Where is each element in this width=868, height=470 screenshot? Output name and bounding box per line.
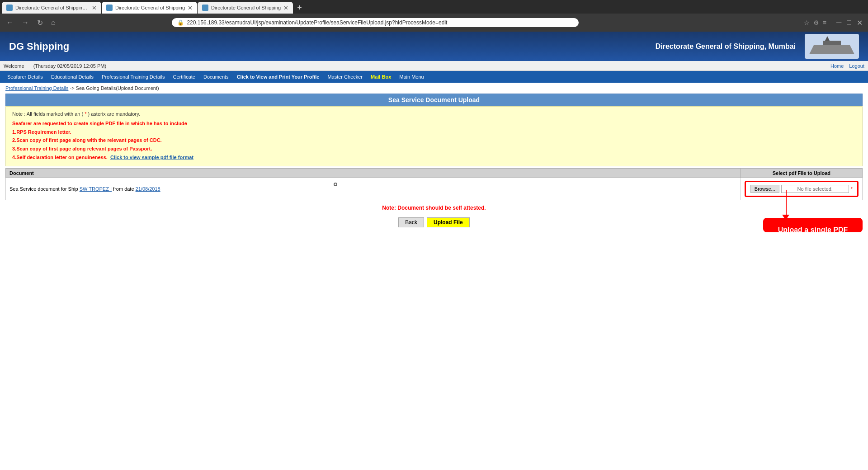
forward-nav-button[interactable]: → xyxy=(19,18,32,28)
nav-main-menu[interactable]: Main Menu xyxy=(396,72,427,81)
maximize-button[interactable]: □ xyxy=(845,19,853,27)
nav-bar: Seafarer Details Educational Details Pro… xyxy=(0,71,868,83)
upload-box: Browse... No file selected. * xyxy=(745,181,859,197)
arrow-annotation xyxy=(779,190,789,220)
bookmarks-icon[interactable]: ☆ xyxy=(804,19,810,26)
welcome-text: Welcome xyxy=(4,63,24,69)
tab-2-label: Directorate General of Shipping xyxy=(115,5,185,10)
arrow-head xyxy=(782,215,789,220)
app-header-title: Directorate General of Shipping, Mumbai xyxy=(656,42,796,51)
nav-master-checker[interactable]: Master Checker xyxy=(324,72,366,81)
home-link[interactable]: Home xyxy=(830,63,844,69)
tooltip-bubble: Upload a single PDF document as per the … xyxy=(763,218,863,232)
section-title: Sea Service Document Upload xyxy=(388,96,480,103)
tab-2-favicon xyxy=(106,5,113,11)
button-row: Back Upload File xyxy=(5,217,863,227)
tab-3-label: Directorate General of Shipping xyxy=(211,5,281,10)
col-upload: Select pdf File to Upload xyxy=(741,169,862,178)
main-content: Sea Service Document Upload Note : All f… xyxy=(0,94,868,236)
info-line-4: 3.Scan copy of first page along relevant… xyxy=(12,145,856,153)
info-line-5: 4.Self declaration letter on genuineness… xyxy=(12,153,856,162)
nav-view-print-profile[interactable]: Click to View and Print Your Profile xyxy=(233,72,323,81)
app-header: DG Shipping Directorate General of Shipp… xyxy=(0,32,868,61)
breadcrumb-professional-training[interactable]: Professional Training Details xyxy=(5,85,68,91)
col-document: Document xyxy=(6,169,741,178)
tab-1-label: Directorate General of Shipping : G... xyxy=(15,5,89,10)
close-button[interactable]: ✕ xyxy=(855,19,864,27)
address-bar[interactable]: 🔒 220.156.189.33/esamudraUI/jsp/examinat… xyxy=(172,18,579,27)
welcome-datetime: (Thursday 02/05/2019 12:05 PM) xyxy=(33,63,106,69)
file-name-display: No file selected. xyxy=(781,185,849,193)
browser-actions: ☆ ⚙ ≡ xyxy=(804,19,826,26)
section-header: Sea Service Document Upload xyxy=(5,94,863,106)
info-line-2: 1.RPS Requiremen letter. xyxy=(12,128,856,136)
info-line-1: Seafarer are requested to create single … xyxy=(12,119,856,128)
arrow-line xyxy=(786,190,787,215)
tab-1-favicon xyxy=(6,5,13,11)
app-header-right: Directorate General of Shipping, Mumbai xyxy=(656,34,859,59)
doc-text-middle: from date xyxy=(113,186,134,192)
date-link[interactable]: 21/08/2018 xyxy=(136,186,160,192)
tab-bar: Directorate General of Shipping : G... ✕… xyxy=(0,0,868,14)
document-table: Document Select pdf File to Upload Sea S… xyxy=(5,168,863,200)
info-box: Note : All fields marked with an ( * ) a… xyxy=(5,106,863,166)
lock-icon: 🔒 xyxy=(177,19,184,26)
note-label: Note : All fields marked with an ( xyxy=(12,111,83,117)
welcome-bar: Welcome (Thursday 02/05/2019 12:05 PM) H… xyxy=(0,61,868,71)
info-line-3: 2.Scan copy of first page along with the… xyxy=(12,136,856,145)
back-nav-button[interactable]: ← xyxy=(4,18,16,28)
breadcrumb-separator: -> xyxy=(68,85,75,91)
file-input-row: Browse... No file selected. * xyxy=(750,185,853,193)
nav-educational-details[interactable]: Educational Details xyxy=(47,72,97,81)
tab-2-close[interactable]: ✕ xyxy=(188,5,193,11)
tab-1-close[interactable]: ✕ xyxy=(92,5,97,11)
browser-chrome: Directorate General of Shipping : G... ✕… xyxy=(0,0,868,32)
upload-cell: Browse... No file selected. * xyxy=(741,178,862,200)
table-row: Sea Service document for Ship SW TROPEZ … xyxy=(6,178,863,200)
doc-text-before: Sea Service document for Ship xyxy=(9,186,78,192)
note-suffix: ) asterix are mandatory. xyxy=(88,111,140,117)
ship-graphic xyxy=(805,34,859,59)
welcome-links: Home Logout xyxy=(830,63,864,69)
extensions-icon[interactable]: ⚙ xyxy=(813,19,819,26)
sample-pdf-link[interactable]: Click to view sample pdf file format xyxy=(110,155,193,160)
breadcrumb-sea-going: Sea Going Details(Upload Document) xyxy=(76,85,159,91)
asterisk-symbol: * xyxy=(83,111,88,117)
tab-3-favicon xyxy=(202,5,208,11)
ship-image xyxy=(805,34,859,59)
ship-name-link[interactable]: SW TROPEZ I xyxy=(80,186,112,192)
nav-certificate[interactable]: Certificate xyxy=(169,72,199,81)
nav-seafarer-details[interactable]: Seafarer Details xyxy=(4,72,47,81)
reload-button[interactable]: ↻ xyxy=(34,18,46,28)
tab-3-close[interactable]: ✕ xyxy=(283,5,288,11)
address-bar-row: ← → ↻ ⌂ 🔒 220.156.189.33/esamudraUI/jsp/… xyxy=(0,14,868,32)
menu-icon[interactable]: ≡ xyxy=(823,19,826,26)
nav-professional-training[interactable]: Professional Training Details xyxy=(98,72,168,81)
note-self-attested: Note: Document should be self attested. xyxy=(5,200,863,214)
content-wrapper: Document Select pdf File to Upload Sea S… xyxy=(5,168,863,200)
note-mandatory: Note : All fields marked with an ( * ) a… xyxy=(12,111,856,117)
app-logo: DG Shipping xyxy=(9,41,69,52)
tab-1[interactable]: Directorate General of Shipping : G... ✕ xyxy=(2,2,101,14)
breadcrumb: Professional Training Details -> Sea Goi… xyxy=(0,83,868,94)
new-tab-button[interactable]: + xyxy=(293,3,306,13)
back-button[interactable]: Back xyxy=(398,217,424,227)
document-cell: Sea Service document for Ship SW TROPEZ … xyxy=(6,178,741,200)
minimize-button[interactable]: ─ xyxy=(835,19,843,27)
address-text: 220.156.189.33/esamudraUI/jsp/examinatio… xyxy=(187,19,573,26)
window-controls: ─ □ ✕ xyxy=(835,19,864,27)
upload-file-button[interactable]: Upload File xyxy=(427,217,470,227)
tab-3[interactable]: Directorate General of Shipping ✕ xyxy=(198,2,293,14)
info-instructions: Seafarer are requested to create single … xyxy=(12,119,856,161)
logout-link[interactable]: Logout xyxy=(849,63,864,69)
browse-button[interactable]: Browse... xyxy=(750,185,779,193)
nav-mail-box[interactable]: Mail Box xyxy=(367,72,395,81)
tab-2[interactable]: Directorate General of Shipping ✕ xyxy=(102,2,197,14)
nav-documents[interactable]: Documents xyxy=(200,72,232,81)
home-button[interactable]: ⌂ xyxy=(48,18,58,28)
asterisk-upload: * xyxy=(851,186,853,192)
